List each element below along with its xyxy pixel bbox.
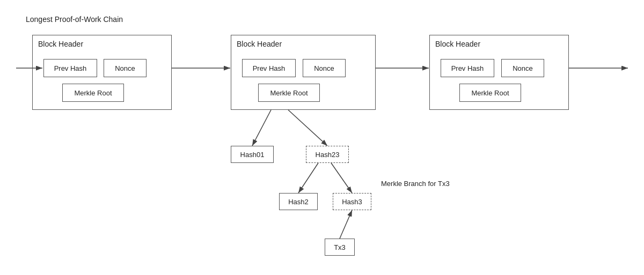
hash23-node: Hash23 — [306, 146, 349, 163]
block1: Block Header Prev Hash Nonce Merkle Root — [32, 35, 172, 110]
blockchain-diagram: Longest Proof-of-Work Chain Block Header… — [0, 0, 644, 275]
hash2-node: Hash2 — [279, 193, 318, 210]
merkle-branch-label: Merkle Branch for Tx3 — [381, 180, 450, 188]
diagram-title: Longest Proof-of-Work Chain — [26, 15, 123, 24]
block3: Block Header Prev Hash Nonce Merkle Root — [429, 35, 569, 110]
prev-hash-2: Prev Hash — [242, 59, 296, 77]
block3-label: Block Header — [435, 40, 480, 48]
block1-label: Block Header — [38, 40, 83, 48]
block2-label: Block Header — [237, 40, 282, 48]
merkle-root-1: Merkle Root — [62, 84, 124, 102]
svg-line-8 — [298, 163, 318, 193]
svg-line-7 — [288, 110, 327, 146]
tx3-node: Tx3 — [325, 239, 355, 256]
merkle-root-2: Merkle Root — [258, 84, 320, 102]
nonce-3: Nonce — [501, 59, 544, 77]
hash3-node: Hash3 — [333, 193, 371, 210]
merkle-root-3: Merkle Root — [459, 84, 521, 102]
hash01-node: Hash01 — [231, 146, 274, 163]
svg-line-10 — [340, 210, 352, 239]
nonce-2: Nonce — [303, 59, 346, 77]
block2: Block Header Prev Hash Nonce Merkle Root — [231, 35, 376, 110]
prev-hash-1: Prev Hash — [43, 59, 97, 77]
svg-line-6 — [252, 110, 271, 146]
prev-hash-3: Prev Hash — [441, 59, 494, 77]
nonce-1: Nonce — [104, 59, 147, 77]
svg-line-9 — [331, 163, 352, 193]
